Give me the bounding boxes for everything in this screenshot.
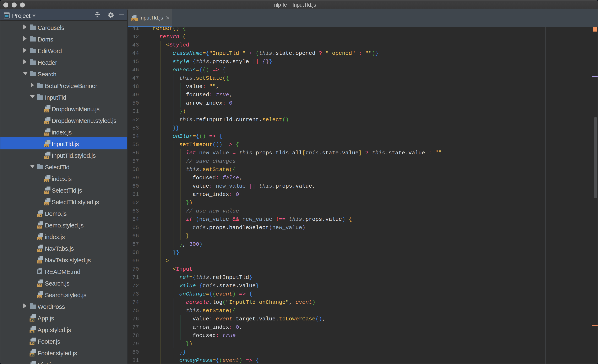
svg-text:JS: JS: [45, 179, 48, 182]
svg-text:JS: JS: [38, 237, 41, 240]
svg-text:JS: JS: [30, 330, 34, 333]
svg-text:JS: JS: [38, 225, 41, 228]
svg-text:JS: JS: [30, 342, 34, 345]
svg-text:JS: JS: [45, 144, 48, 147]
svg-text:JS: JS: [45, 132, 48, 136]
svg-text:JS: JS: [45, 109, 48, 112]
svg-text:JS: JS: [132, 18, 135, 21]
svg-text:JS: JS: [38, 260, 41, 263]
svg-text:JS: JS: [45, 156, 48, 159]
svg-text:JS: JS: [38, 283, 41, 287]
svg-text:JS: JS: [45, 121, 48, 124]
svg-text:JS: JS: [38, 295, 41, 298]
svg-text:JS: JS: [30, 353, 34, 356]
svg-text:JS: JS: [45, 191, 48, 194]
svg-text:JS: JS: [38, 249, 41, 252]
svg-text:JS: JS: [38, 214, 41, 217]
svg-text:JS: JS: [30, 318, 34, 322]
svg-text:JS: JS: [45, 202, 48, 205]
